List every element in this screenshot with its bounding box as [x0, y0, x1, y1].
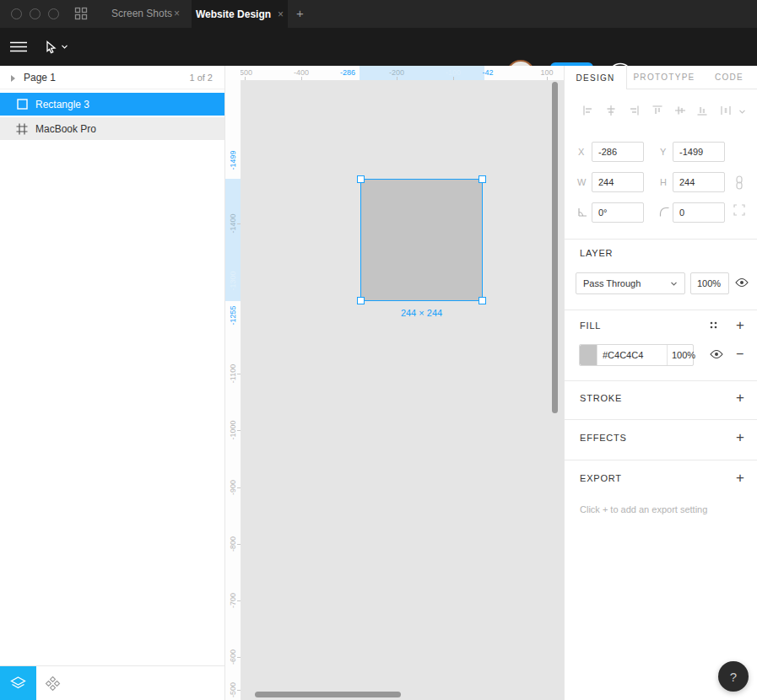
y-field-label: Y: [660, 147, 666, 157]
close-tab-icon[interactable]: ×: [174, 8, 180, 19]
selected-rectangle[interactable]: [360, 179, 483, 301]
layer-visibility-eye-icon[interactable]: [735, 277, 749, 288]
frame-layer-icon: [16, 123, 28, 135]
layer-name: Rectangle 3: [35, 99, 89, 110]
x-input[interactable]: [592, 142, 644, 162]
align-left-icon[interactable]: [582, 105, 594, 116]
width-input[interactable]: [592, 172, 644, 192]
add-fill-button[interactable]: +: [736, 318, 744, 332]
corner-radius-input[interactable]: [673, 202, 725, 223]
tab-label: Website Design: [196, 8, 271, 20]
ruler-label: -400: [294, 68, 309, 77]
align-vertical-center-icon[interactable]: [674, 105, 686, 116]
fill-section-title: FILL: [580, 320, 601, 331]
layers-panel: Page 1 1 of 2 Rectangle 3 MacBook Pro: [0, 66, 225, 700]
y-input[interactable]: [673, 142, 725, 162]
fill-styles-icon[interactable]: [710, 321, 717, 329]
ruler-label: 100: [540, 68, 553, 77]
rotation-input[interactable]: [592, 202, 644, 223]
panel-footer: [0, 665, 224, 700]
home-grid-icon[interactable]: [74, 7, 88, 20]
fill-opacity-value[interactable]: 100%: [672, 350, 695, 360]
horizontal-ruler: -500 -400 -286 -200 -100 -42 100: [225, 66, 564, 80]
tab-prototype[interactable]: PROTOTYPE: [627, 66, 701, 89]
corner-radius-icon: [659, 207, 670, 218]
ruler-label: -1100: [229, 364, 237, 383]
resize-handle-nw[interactable]: [357, 175, 365, 183]
layer-opacity-input[interactable]: [690, 272, 729, 294]
blend-mode-select[interactable]: Pass Through: [576, 272, 685, 294]
resize-handle-ne[interactable]: [479, 175, 486, 183]
distribute-icon[interactable]: [720, 105, 732, 116]
ruler-label: -1000: [229, 420, 237, 439]
add-export-button[interactable]: +: [736, 471, 744, 485]
move-tool-button[interactable]: [35, 28, 76, 66]
ruler-label: -700: [229, 593, 237, 608]
x-field-label: X: [578, 147, 584, 157]
remove-fill-button[interactable]: −: [736, 347, 743, 362]
window-tab-strip: Screen Shots × Website Design × +: [0, 0, 757, 28]
page-name: Page 1: [24, 72, 56, 83]
chevron-down-icon: [62, 45, 68, 49]
page-row[interactable]: Page 1 1 of 2: [0, 66, 224, 89]
ruler-label-selection: -1255: [229, 305, 237, 325]
layers-tab-button[interactable]: [0, 666, 36, 700]
height-field-label: H: [660, 177, 667, 187]
fill-color-swatch[interactable]: [580, 345, 597, 365]
resize-handle-se[interactable]: [479, 297, 486, 304]
ruler-label: -100: [446, 68, 461, 77]
tab-design[interactable]: DESIGN: [565, 66, 627, 89]
layer-row-rectangle[interactable]: Rectangle 3: [0, 93, 224, 116]
vertical-ruler: -1499 -1400 -1300 -1255 -1100 -1000 -900…: [225, 80, 241, 700]
properties-panel: DESIGN PROTOTYPE CODE X Y W H: [564, 66, 757, 700]
chevron-down-icon: [739, 110, 745, 114]
align-right-icon[interactable]: [628, 105, 640, 116]
rectangle-layer-icon: [17, 99, 28, 110]
layer-row-frame[interactable]: MacBook Pro: [0, 117, 224, 140]
cursor-icon: [45, 40, 57, 54]
align-horizontal-center-icon[interactable]: [605, 105, 617, 116]
tab-code[interactable]: CODE: [701, 66, 757, 89]
ruler-corner: [225, 66, 241, 80]
ruler-label: -200: [389, 68, 404, 77]
window-control-minimize[interactable]: [30, 8, 41, 19]
horizontal-scrollbar[interactable]: [255, 692, 401, 697]
assets-tab-button[interactable]: [45, 676, 61, 692]
fill-hex-value[interactable]: #C4C4C4: [603, 350, 643, 360]
add-effect-button[interactable]: +: [736, 430, 744, 444]
independent-corners-icon[interactable]: [733, 204, 745, 216]
help-button[interactable]: ?: [718, 661, 749, 692]
window-control-close[interactable]: [11, 8, 22, 19]
fill-row: #C4C4C4 100%: [579, 344, 694, 366]
ruler-label-selection: -42: [482, 68, 493, 77]
expand-caret-icon[interactable]: [11, 75, 15, 82]
toolbar: Share 60%: [0, 28, 757, 66]
ruler-selection-highlight: [360, 66, 484, 80]
fill-visibility-eye-icon[interactable]: [710, 349, 723, 359]
new-tab-button[interactable]: +: [296, 6, 304, 20]
layers-icon: [10, 676, 26, 691]
align-top-icon[interactable]: [652, 105, 663, 116]
tab-screen-shots[interactable]: Screen Shots: [111, 8, 172, 19]
layer-name: MacBook Pro: [35, 123, 96, 135]
selection-size-label: 244 × 244: [360, 308, 483, 318]
rotation-icon: [577, 207, 588, 218]
height-input[interactable]: [673, 172, 725, 192]
close-tab-icon[interactable]: ×: [278, 8, 284, 20]
panel-tabs: DESIGN PROTOTYPE CODE: [565, 66, 757, 89]
tab-website-design[interactable]: Website Design ×: [192, 0, 288, 28]
window-control-maximize[interactable]: [48, 8, 59, 19]
ruler-label-selection: -286: [340, 68, 355, 77]
vertical-scrollbar[interactable]: [552, 82, 558, 413]
ruler-label: -900: [229, 480, 237, 495]
ruler-label: -1300: [229, 271, 237, 290]
canvas[interactable]: -500 -400 -286 -200 -100 -42 100 -1499 -…: [225, 66, 564, 700]
resize-handle-sw[interactable]: [357, 297, 365, 304]
ruler-label: -600: [229, 649, 237, 665]
align-bottom-icon[interactable]: [696, 105, 708, 116]
add-stroke-button[interactable]: +: [736, 390, 744, 405]
main-menu-icon[interactable]: [10, 41, 27, 52]
ruler-label-selection: -1499: [229, 150, 237, 170]
ruler-label: -1400: [229, 213, 237, 233]
constrain-proportions-icon[interactable]: [734, 175, 744, 190]
